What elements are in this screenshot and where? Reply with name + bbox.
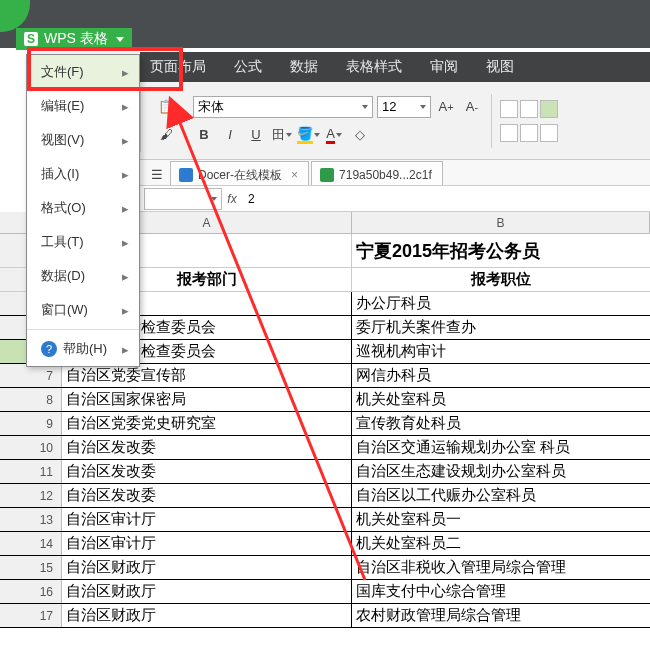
cell[interactable]: 自治区审计厅 xyxy=(62,508,352,531)
name-box[interactable] xyxy=(144,188,222,210)
docer-icon xyxy=(179,168,193,182)
caret-down-icon xyxy=(420,105,426,109)
row-header[interactable]: 12 xyxy=(0,484,62,507)
font-color-button[interactable]: A xyxy=(323,124,345,146)
caret-down-icon xyxy=(211,197,217,201)
cell[interactable]: 宁夏2015年招考公务员 xyxy=(352,234,650,267)
tab-formula[interactable]: 公式 xyxy=(234,58,262,76)
menu-item-6[interactable]: 数据(D)▸ xyxy=(27,259,139,293)
row-header[interactable]: 8 xyxy=(0,388,62,411)
ribbon: 📋 🖌 宋体 12 A+ A- B I U 田 🪣 A ◇ xyxy=(140,82,650,160)
tab-table-style[interactable]: 表格样式 xyxy=(346,58,402,76)
cell[interactable]: 自治区财政厅 xyxy=(62,604,352,627)
shrink-font-button[interactable]: A- xyxy=(461,96,483,118)
format-painter-icon[interactable]: 🖌 xyxy=(155,124,177,146)
row-header[interactable]: 17 xyxy=(0,604,62,627)
help-icon: ? xyxy=(41,341,57,357)
align-bottom-center-button[interactable] xyxy=(520,124,538,142)
row-header[interactable]: 9 xyxy=(0,412,62,435)
bold-button[interactable]: B xyxy=(193,124,215,146)
menu-item-1[interactable]: 编辑(E)▸ xyxy=(27,89,139,123)
font-select[interactable]: 宋体 xyxy=(193,96,373,118)
menu-item-7[interactable]: 窗口(W)▸ xyxy=(27,293,139,327)
menu-item-8[interactable]: ?帮助(H)▸ xyxy=(27,332,139,366)
paste-icon[interactable]: 📋 xyxy=(155,96,177,118)
fx-icon[interactable]: fx xyxy=(222,192,242,206)
italic-button[interactable]: I xyxy=(219,124,241,146)
cell[interactable]: 自治区生态建设规划办公室科员 xyxy=(352,460,650,483)
menu-item-3[interactable]: 插入(I)▸ xyxy=(27,157,139,191)
close-icon[interactable]: × xyxy=(291,168,298,182)
tab-page-layout[interactable]: 页面布局 xyxy=(150,58,206,76)
document-tabs: ☰ Docer-在线模板 × 719a50b49...2c1f xyxy=(140,160,650,186)
align-bottom-right-button[interactable] xyxy=(540,124,558,142)
cell[interactable]: 自治区财政厅 xyxy=(62,580,352,603)
tab-data[interactable]: 数据 xyxy=(290,58,318,76)
cell[interactable]: 机关处室科员一 xyxy=(352,508,650,531)
row-header[interactable]: 16 xyxy=(0,580,62,603)
menu-item-0[interactable]: 文件(F)▸ xyxy=(27,55,139,89)
cell[interactable]: 自治区非税收入管理局综合管理 xyxy=(352,556,650,579)
row-header[interactable]: 15 xyxy=(0,556,62,579)
borders-button[interactable]: 田 xyxy=(271,124,293,146)
row-header[interactable]: 13 xyxy=(0,508,62,531)
row-header[interactable]: 14 xyxy=(0,532,62,555)
menu-item-2[interactable]: 视图(V)▸ xyxy=(27,123,139,157)
tabs-nav-button[interactable]: ☰ xyxy=(146,163,168,185)
cell[interactable]: 报考职位 xyxy=(352,268,650,291)
cell[interactable]: 自治区国家保密局 xyxy=(62,388,352,411)
cell[interactable]: 自治区审计厅 xyxy=(62,532,352,555)
file-dropdown-menu: 文件(F)▸编辑(E)▸视图(V)▸插入(I)▸格式(O)▸工具(T)▸数据(D… xyxy=(26,54,140,367)
row-header[interactable]: 10 xyxy=(0,436,62,459)
app-title-dropdown[interactable]: S WPS 表格 xyxy=(16,28,132,50)
cell[interactable]: 宣传教育处科员 xyxy=(352,412,650,435)
cell[interactable]: 自治区党委党史研究室 xyxy=(62,412,352,435)
align-bottom-left-button[interactable] xyxy=(500,124,518,142)
cell[interactable]: 自治区交通运输规划办公室 科员 xyxy=(352,436,650,459)
formula-bar: fx 2 xyxy=(140,186,650,212)
grow-font-button[interactable]: A+ xyxy=(435,96,457,118)
cell[interactable]: 巡视机构审计 xyxy=(352,340,650,363)
caret-down-icon xyxy=(362,105,368,109)
cell[interactable]: 农村财政管理局综合管理 xyxy=(352,604,650,627)
cell[interactable]: 自治区发改委 xyxy=(62,460,352,483)
app-title-text: WPS 表格 xyxy=(44,30,108,48)
col-header-B[interactable]: B xyxy=(352,212,650,233)
caret-down-icon xyxy=(116,37,124,42)
menu-tabs: 页面布局 公式 数据 表格样式 审阅 视图 xyxy=(140,52,650,82)
tab-docer[interactable]: Docer-在线模板 × xyxy=(170,161,309,185)
menu-item-5[interactable]: 工具(T)▸ xyxy=(27,225,139,259)
font-size-select[interactable]: 12 xyxy=(377,96,431,118)
cell[interactable]: 自治区发改委 xyxy=(62,484,352,507)
cell[interactable]: 网信办科员 xyxy=(352,364,650,387)
align-top-left-button[interactable] xyxy=(500,100,518,118)
cell[interactable]: 机关处室科员二 xyxy=(352,532,650,555)
wps-s-icon: S xyxy=(24,32,38,46)
cell[interactable]: 办公厅科员 xyxy=(352,292,650,315)
formula-value[interactable]: 2 xyxy=(242,192,650,206)
cell[interactable]: 自治区党委宣传部 xyxy=(62,364,352,387)
menu-item-4[interactable]: 格式(O)▸ xyxy=(27,191,139,225)
tab-workbook[interactable]: 719a50b49...2c1f xyxy=(311,161,443,185)
fill-color-button[interactable]: 🪣 xyxy=(297,124,319,146)
tab-view[interactable]: 视图 xyxy=(486,58,514,76)
spreadsheet-icon xyxy=(320,168,334,182)
align-top-right-button[interactable] xyxy=(540,100,558,118)
cell[interactable]: 自治区发改委 xyxy=(62,436,352,459)
cell[interactable]: 委厅机关案件查办 xyxy=(352,316,650,339)
row-header[interactable]: 7 xyxy=(0,364,62,387)
row-header[interactable]: 11 xyxy=(0,460,62,483)
cell[interactable]: 自治区财政厅 xyxy=(62,556,352,579)
clear-format-button[interactable]: ◇ xyxy=(349,124,371,146)
cell[interactable]: 自治区以工代赈办公室科员 xyxy=(352,484,650,507)
cell[interactable]: 国库支付中心综合管理 xyxy=(352,580,650,603)
tab-review[interactable]: 审阅 xyxy=(430,58,458,76)
align-top-center-button[interactable] xyxy=(520,100,538,118)
cell[interactable]: 机关处室科员 xyxy=(352,388,650,411)
underline-button[interactable]: U xyxy=(245,124,267,146)
